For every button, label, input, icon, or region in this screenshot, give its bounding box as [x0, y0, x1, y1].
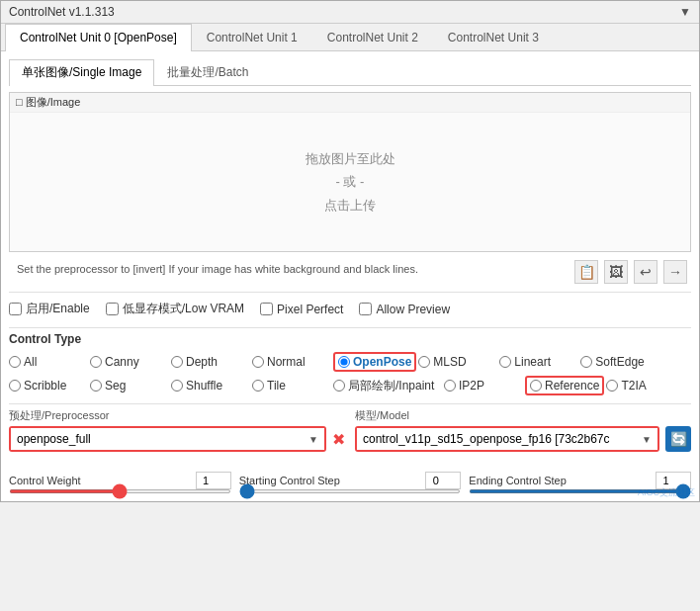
radio-reference-input[interactable]: [530, 380, 542, 392]
radio-all-label: All: [24, 355, 37, 369]
ending-step-group: Ending Control Step: [469, 472, 691, 493]
tab-batch[interactable]: 批量处理/Batch: [154, 59, 261, 85]
model-select[interactable]: control_v11p_sd15_openpose_fp16 [73c2b67…: [357, 428, 657, 450]
radio-depth-input[interactable]: [171, 356, 183, 368]
control-weight-slider[interactable]: [9, 489, 231, 493]
app-title: ControlNet v1.1.313: [9, 5, 115, 19]
model-label: 模型/Model: [355, 408, 691, 423]
preprocessor-select-wrapper: openpose_fullopenposeopenpose_faceopenpo…: [9, 426, 326, 452]
checkbox-pixel-perfect-input[interactable]: [260, 303, 273, 315]
radio-scribble-input[interactable]: [9, 380, 21, 392]
tab-single-image[interactable]: 单张图像/Single Image: [9, 59, 154, 86]
ending-step-slider[interactable]: [469, 489, 691, 493]
radio-t2ia-label: T2IA: [621, 379, 646, 393]
radio-tile-input[interactable]: [252, 380, 264, 392]
radio-lineart-label: Lineart: [514, 355, 551, 369]
radio-lineart[interactable]: Lineart: [499, 355, 578, 369]
radio-t2ia-input[interactable]: [606, 380, 618, 392]
preprocessor-group: 预处理/Preprocessor openpose_fullopenposeop…: [9, 408, 345, 452]
radio-seg-input[interactable]: [90, 380, 102, 392]
checkbox-pixel-perfect[interactable]: Pixel Perfect: [260, 303, 343, 316]
radio-all[interactable]: All: [9, 355, 88, 369]
checkbox-enable[interactable]: 启用/Enable: [9, 301, 90, 317]
radio-t2ia[interactable]: T2IA: [606, 379, 685, 393]
checkbox-allow-preview-label: Allow Preview: [376, 303, 450, 316]
radio-normal-label: Normal: [267, 355, 306, 369]
app-window: ControlNet v1.1.313 ▼ ControlNet Unit 0 …: [0, 0, 700, 502]
radio-mlsd-input[interactable]: [418, 356, 430, 368]
radio-shuffle-label: Shuffle: [186, 379, 222, 393]
radio-mlsd[interactable]: MLSD: [418, 355, 497, 369]
model-row: control_v11p_sd15_openpose_fp16 [73c2b67…: [355, 426, 691, 452]
checkbox-enable-input[interactable]: [9, 303, 22, 315]
radio-inpaint[interactable]: 局部绘制/Inpaint: [333, 378, 442, 394]
image-button[interactable]: 🖼: [604, 260, 628, 284]
checkbox-low-vram-input[interactable]: [106, 303, 119, 315]
image-drop-area[interactable]: 拖放图片至此处 - 或 - 点击上传: [10, 113, 690, 251]
tab-unit2[interactable]: ControlNet Unit 2: [312, 24, 433, 50]
radio-inpaint-label: 局部绘制/Inpaint: [348, 378, 434, 394]
radio-row-2: Scribble Seg Shuffle Tile 局部绘制/Inpaint: [9, 376, 691, 395]
checkbox-low-vram[interactable]: 低显存模式/Low VRAM: [106, 301, 244, 317]
radio-row-1: All Canny Depth Normal OpenPose: [9, 352, 691, 372]
tab-unit1[interactable]: ControlNet Unit 1: [192, 24, 312, 50]
radio-scribble-label: Scribble: [24, 379, 66, 393]
checkbox-low-vram-label: 低显存模式/Low VRAM: [123, 301, 244, 317]
checkbox-allow-preview[interactable]: Allow Preview: [359, 303, 450, 316]
starting-step-group: Starting Control Step: [239, 472, 462, 493]
radio-normal[interactable]: Normal: [252, 355, 331, 369]
radio-softedge-label: SoftEdge: [595, 355, 644, 369]
radio-inpaint-input[interactable]: [333, 380, 345, 392]
tab-unit0[interactable]: ControlNet Unit 0 [OpenPose]: [5, 24, 192, 51]
controls-row: 预处理/Preprocessor openpose_fullopenposeop…: [9, 408, 691, 452]
sub-tabs: 单张图像/Single Image 批量处理/Batch: [9, 59, 691, 86]
error-icon: ✖: [332, 430, 345, 449]
radio-depth[interactable]: Depth: [171, 355, 250, 369]
radio-softedge-input[interactable]: [580, 356, 592, 368]
preprocessor-select[interactable]: openpose_fullopenposeopenpose_faceopenpo…: [11, 428, 324, 450]
drop-text-3: 点击上传: [324, 194, 376, 217]
radio-scribble[interactable]: Scribble: [9, 379, 88, 393]
radio-ip2p-input[interactable]: [444, 380, 456, 392]
toolbar-row: 📋 🖼 ↩ →: [570, 258, 691, 288]
radio-openpose[interactable]: OpenPose: [333, 352, 416, 372]
radio-openpose-label: OpenPose: [353, 355, 411, 369]
radio-seg-label: Seg: [105, 379, 126, 393]
radio-shuffle-input[interactable]: [171, 380, 183, 392]
radio-seg[interactable]: Seg: [90, 379, 169, 393]
control-type-label: Control Type: [9, 332, 691, 346]
copy-button[interactable]: 📋: [574, 260, 598, 284]
divider-1: [9, 292, 691, 293]
radio-canny-label: Canny: [105, 355, 139, 369]
model-select-wrapper: control_v11p_sd15_openpose_fp16 [73c2b67…: [355, 426, 659, 452]
radio-canny-input[interactable]: [90, 356, 102, 368]
title-bar: ControlNet v1.1.313 ▼: [1, 1, 699, 24]
radio-shuffle[interactable]: Shuffle: [171, 379, 250, 393]
divider-2: [9, 327, 691, 328]
radio-softedge[interactable]: SoftEdge: [580, 355, 659, 369]
radio-canny[interactable]: Canny: [90, 355, 169, 369]
radio-reference[interactable]: Reference: [525, 376, 604, 395]
radio-reference-label: Reference: [545, 379, 599, 393]
sliders-section: Control Weight Starting Control Step End…: [1, 468, 699, 501]
radio-ip2p[interactable]: IP2P: [444, 379, 523, 393]
radio-mlsd-label: MLSD: [433, 355, 466, 369]
collapse-arrow[interactable]: ▼: [679, 5, 691, 19]
radio-normal-input[interactable]: [252, 356, 264, 368]
refresh-button[interactable]: 🔄: [665, 426, 691, 452]
radio-tile[interactable]: Tile: [252, 379, 331, 393]
radio-openpose-input[interactable]: [338, 356, 350, 368]
control-weight-group: Control Weight: [9, 472, 231, 493]
tab-unit3[interactable]: ControlNet Unit 3: [433, 24, 554, 50]
arrow-button[interactable]: →: [663, 260, 687, 284]
starting-step-slider[interactable]: [239, 489, 462, 493]
hint-text: Set the preprocessor to [invert] If your…: [9, 258, 483, 281]
divider-3: [9, 403, 691, 404]
preprocessor-label: 预处理/Preprocessor: [9, 408, 345, 423]
checkbox-allow-preview-input[interactable]: [359, 303, 372, 315]
radio-lineart-input[interactable]: [499, 356, 511, 368]
image-header-text: □ 图像/Image: [16, 95, 80, 110]
undo-button[interactable]: ↩: [634, 260, 657, 284]
checkboxes-row: 启用/Enable 低显存模式/Low VRAM Pixel Perfect A…: [9, 297, 691, 323]
radio-all-input[interactable]: [9, 356, 21, 368]
